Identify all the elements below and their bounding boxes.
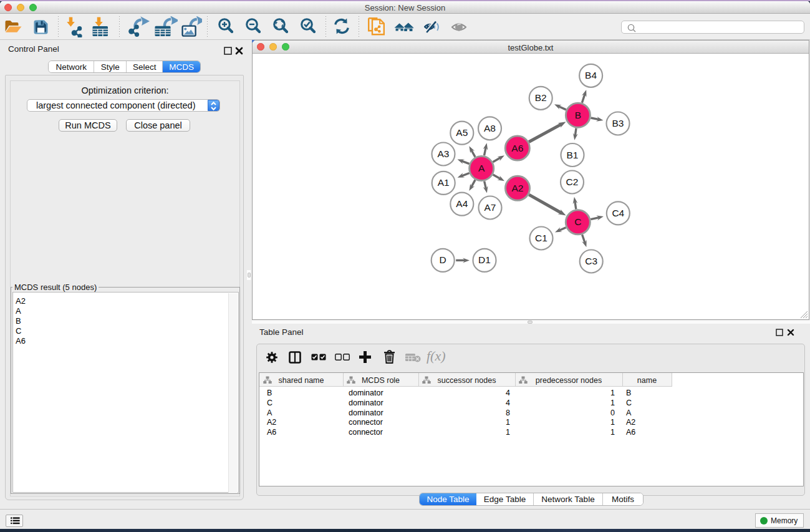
svg-text:C3: C3 xyxy=(585,256,597,266)
svg-text:A6: A6 xyxy=(511,142,523,153)
svg-text:B2: B2 xyxy=(535,92,547,103)
svg-text:A1: A1 xyxy=(438,177,450,188)
svg-text:A2: A2 xyxy=(512,182,524,193)
svg-text:A5: A5 xyxy=(456,127,468,138)
svg-text:B1: B1 xyxy=(567,149,579,160)
svg-text:C: C xyxy=(574,216,581,227)
svg-text:A4: A4 xyxy=(456,198,468,209)
svg-text:A: A xyxy=(478,163,485,173)
svg-text:B: B xyxy=(575,109,581,120)
svg-text:B4: B4 xyxy=(585,70,597,80)
svg-text:C2: C2 xyxy=(566,177,579,187)
svg-text:D1: D1 xyxy=(478,254,491,265)
svg-text:C1: C1 xyxy=(535,233,547,243)
svg-text:B3: B3 xyxy=(612,118,624,128)
svg-text:C4: C4 xyxy=(612,207,624,218)
svg-text:A8: A8 xyxy=(484,122,496,133)
svg-text:A3: A3 xyxy=(438,148,450,159)
svg-text:D: D xyxy=(440,254,446,265)
svg-text:A7: A7 xyxy=(485,202,496,213)
